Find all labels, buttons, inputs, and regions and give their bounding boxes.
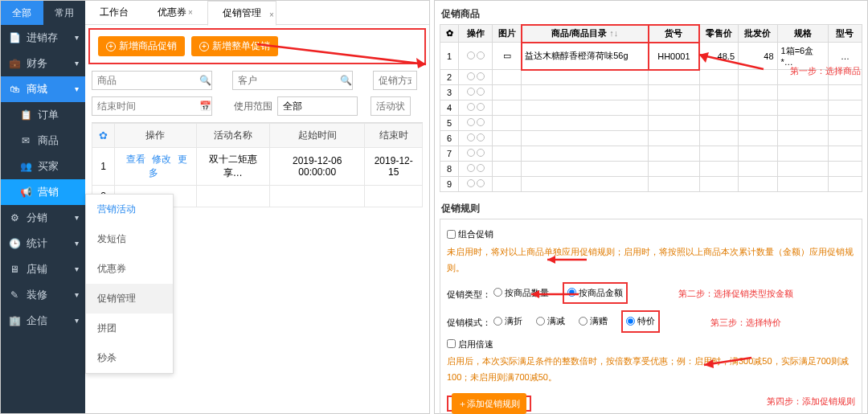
- chevron-down-icon: ▾: [75, 25, 79, 51]
- promo-products-title: 促销商品: [441, 7, 862, 21]
- tab-promo[interactable]: 促销管理×: [207, 1, 276, 26]
- building-icon: 🏢: [9, 308, 20, 334]
- plus-icon: +: [199, 42, 209, 51]
- plus-icon: +: [106, 42, 116, 51]
- calendar-icon[interactable]: 📅: [199, 100, 211, 112]
- briefcase-icon: 💼: [9, 51, 20, 76]
- nav-shop[interactable]: 🖥店铺▾: [1, 256, 85, 282]
- step2-label: 第二步：选择促销类型按金额: [678, 289, 793, 298]
- product-input[interactable]: [92, 71, 212, 90]
- submenu-groupbuy[interactable]: 拼团: [86, 314, 173, 343]
- mail-icon: ✉: [20, 128, 31, 154]
- method-select[interactable]: [373, 71, 417, 90]
- view-link[interactable]: 查看: [123, 154, 149, 165]
- nav-product[interactable]: ✉商品: [1, 128, 85, 154]
- promo-toolbar: +新增商品促销 +新增整单促销: [88, 28, 426, 64]
- page-tabs: 工作台 优惠券× 促销管理×: [85, 1, 429, 25]
- col-op: 操作: [459, 25, 493, 43]
- combo-checkbox[interactable]: 组合促销: [447, 226, 493, 242]
- radio-gift[interactable]: 满赠: [579, 313, 608, 329]
- tab-workbench[interactable]: 工作台: [85, 1, 143, 24]
- filters-row2: 📅 使用范围: [85, 93, 429, 119]
- combo-hint: 未启用时，将对以上商品单独应用促销规则；启用时，将按照以上商品本次累计数量（金额…: [447, 247, 854, 273]
- bag-icon: 🛍: [9, 76, 20, 102]
- marketing-submenu: 营销活动 发短信 优惠券 促销管理 拼团 秒杀: [85, 194, 174, 374]
- close-icon[interactable]: ×: [188, 8, 193, 17]
- col-name: 活动名称: [196, 124, 269, 148]
- monitor-icon: 🖥: [9, 256, 20, 282]
- users-icon: 👥: [20, 154, 31, 179]
- nav-distribution[interactable]: ⚙分销▾: [1, 205, 85, 231]
- nav-jxc[interactable]: 📄进销存▾: [1, 25, 85, 51]
- type-label: 促销类型：: [447, 289, 491, 298]
- search-icon[interactable]: 🔍: [340, 75, 352, 86]
- add-order-promo-button[interactable]: +新增整单促销: [191, 36, 278, 56]
- scope-label: 使用范围: [234, 100, 272, 113]
- nav-stats[interactable]: 🕒统计▾: [1, 231, 85, 256]
- nav-finance[interactable]: 💼财务▾: [1, 51, 85, 76]
- chevron-down-icon: ▾: [75, 231, 79, 256]
- thumb-icon: ▭: [503, 51, 511, 60]
- col-start: 起始时间: [270, 124, 365, 148]
- submenu-promo-manage[interactable]: 促销管理: [86, 284, 173, 314]
- tab-common[interactable]: 常用: [43, 1, 86, 25]
- remove-icon[interactable]: [477, 51, 485, 59]
- endtime-input[interactable]: [92, 96, 212, 116]
- col-spec: 规格: [777, 25, 828, 43]
- tab-all[interactable]: 全部: [1, 1, 43, 25]
- status-select[interactable]: [371, 96, 411, 116]
- gear-icon[interactable]: ✿: [99, 129, 108, 141]
- close-icon[interactable]: ×: [269, 3, 274, 27]
- col-end: 结束时: [365, 124, 423, 148]
- chevron-down-icon: ▾: [75, 308, 79, 334]
- filters-row1: 🔍 🔍: [85, 68, 429, 93]
- gear-icon[interactable]: ✿: [440, 25, 459, 43]
- nav-mall[interactable]: 🛍商城▾: [1, 76, 85, 102]
- radio-reduce[interactable]: 满减: [536, 313, 565, 329]
- col-name: 商品/商品目录 ↑↓: [522, 25, 649, 43]
- add-rule-button[interactable]: ＋添加促销规则: [452, 393, 526, 414]
- submenu-sms[interactable]: 发短信: [86, 224, 173, 254]
- plus-icon: ＋: [458, 399, 467, 408]
- megaphone-icon: 📢: [20, 179, 31, 205]
- pencil-icon: ✎: [9, 282, 20, 308]
- multiplier-hint: 启用后，本次实际满足条件的整数倍时，按倍数享受优惠；例：启用时，满300减50，…: [447, 356, 849, 382]
- nav-buyer[interactable]: 👥买家: [1, 154, 85, 179]
- search-icon[interactable]: 🔍: [199, 75, 211, 86]
- tab-coupon[interactable]: 优惠券×: [143, 1, 207, 24]
- col-sku: 货号: [649, 25, 699, 43]
- nav-qixin[interactable]: 🏢企信▾: [1, 308, 85, 334]
- add-product-promo-button[interactable]: +新增商品促销: [98, 36, 185, 56]
- sidebar: 全部 常用 📄进销存▾ 💼财务▾ 🛍商城▾ 📋订单 ✉商品 👥买家 📢营销 ⚙分…: [1, 1, 85, 413]
- scope-select[interactable]: [277, 96, 358, 116]
- nav-decor[interactable]: ✎装修▾: [1, 282, 85, 308]
- submenu-flash[interactable]: 秒杀: [86, 343, 173, 373]
- radio-discount[interactable]: 满折: [493, 313, 522, 329]
- radio-by-amount[interactable]: 按商品金额: [567, 285, 623, 301]
- promo-rules-title: 促销规则: [441, 202, 862, 215]
- clipboard-icon: 📋: [20, 102, 31, 128]
- nav-marketing[interactable]: 📢营销: [1, 179, 85, 205]
- submenu-marketing-activity[interactable]: 营销活动: [86, 195, 173, 224]
- insert-icon[interactable]: [467, 51, 475, 59]
- radio-special[interactable]: 特价: [626, 313, 655, 329]
- mode-label: 促销模式：: [447, 318, 491, 327]
- promo-rules: 促销规则 组合促销 未启用时，将对以上商品单独应用促销规则；启用时，将按照以上商…: [440, 200, 862, 414]
- clock-icon: 🕒: [9, 231, 20, 256]
- sidebar-toptabs: 全部 常用: [1, 1, 85, 25]
- multiplier-checkbox[interactable]: 启用倍速: [447, 336, 493, 352]
- chevron-down-icon: ▾: [75, 51, 79, 76]
- table-row[interactable]: 1 查看修改更多 双十二矩惠享… 2019-12-06 00:00:00 201…: [92, 148, 423, 186]
- radio-by-qty[interactable]: 按商品数量: [493, 285, 549, 301]
- step3-label: 第三步：选择特价: [710, 318, 781, 327]
- col-pic: 图片: [493, 25, 522, 43]
- chevron-down-icon: ▾: [75, 256, 79, 282]
- step4-label: 第四步：添加促销规则: [767, 393, 855, 409]
- chevron-down-icon: ▾: [75, 76, 79, 102]
- submenu-coupon[interactable]: 优惠券: [86, 254, 173, 284]
- edit-link[interactable]: 修改: [149, 154, 174, 165]
- nav-order[interactable]: 📋订单: [1, 102, 85, 128]
- col-whole: 批发价: [739, 25, 777, 43]
- customer-input[interactable]: [232, 71, 353, 90]
- chevron-down-icon: ▾: [75, 205, 79, 231]
